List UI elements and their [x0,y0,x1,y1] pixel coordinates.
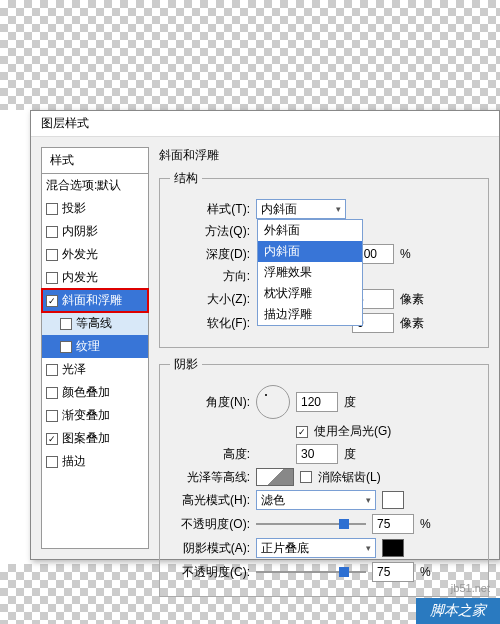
style-item-斜面和浮雕[interactable]: 斜面和浮雕 [42,289,148,312]
highlight-opacity-input[interactable] [372,514,414,534]
style-item-渐变叠加[interactable]: 渐变叠加 [42,404,148,427]
style-item-label: 内阴影 [62,223,98,240]
style-checkbox[interactable] [46,387,58,399]
global-light-checkbox[interactable] [296,426,308,438]
style-item-label: 斜面和浮雕 [62,292,122,309]
highlight-mode-dropdown[interactable]: 滤色 ▾ [256,490,376,510]
shadow-opacity-slider[interactable] [256,565,366,579]
style-dropdown[interactable]: 内斜面 ▾ 外斜面内斜面浮雕效果枕状浮雕描边浮雕 [256,199,346,219]
shading-group: 阴影 角度(N): 度 使用全局光(G) 高度: 度 [159,356,489,597]
style-checkbox[interactable] [46,226,58,238]
styles-list: 样式 混合选项:默认 投影内阴影外发光内发光斜面和浮雕等高线纹理光泽颜色叠加渐变… [41,147,149,549]
chevron-down-icon: ▾ [366,495,371,505]
soften-unit: 像素 [400,315,424,332]
style-checkbox[interactable] [46,203,58,215]
size-unit: 像素 [400,291,424,308]
opacity-unit2: % [420,565,431,579]
style-dropdown-list: 外斜面内斜面浮雕效果枕状浮雕描边浮雕 [257,219,363,326]
style-item-label: 外发光 [62,246,98,263]
style-checkbox[interactable] [46,456,58,468]
style-item-等高线[interactable]: 等高线 [42,312,148,335]
method-label: 方法(Q): [170,223,250,240]
style-item-label: 描边 [62,453,86,470]
layer-style-dialog: 图层样式 样式 混合选项:默认 投影内阴影外发光内发光斜面和浮雕等高线纹理光泽颜… [30,110,500,560]
highlight-color[interactable] [382,491,404,509]
style-item-label: 图案叠加 [62,430,110,447]
antialias-label: 消除锯齿(L) [318,469,381,486]
dialog-title: 图层样式 [31,111,499,137]
style-checkbox[interactable] [46,410,58,422]
style-label: 样式(T): [170,201,250,218]
soften-label: 软化(F): [170,315,250,332]
style-dropdown-value: 内斜面 [261,201,297,218]
style-option[interactable]: 描边浮雕 [258,304,362,325]
style-checkbox[interactable] [60,341,72,353]
style-option[interactable]: 枕状浮雕 [258,283,362,304]
shadow-mode-label: 阴影模式(A): [170,540,250,557]
transparency-bg-top [0,0,500,110]
structure-legend: 结构 [170,170,202,187]
style-item-颜色叠加[interactable]: 颜色叠加 [42,381,148,404]
footer-brand: 脚本之家 [416,598,500,624]
angle-wheel[interactable] [256,385,290,419]
panel-title: 斜面和浮雕 [159,147,489,164]
highlight-opacity-label: 不透明度(O): [170,516,250,533]
style-item-外发光[interactable]: 外发光 [42,243,148,266]
shadow-opacity-label: 不透明度(C): [170,564,250,581]
style-item-纹理[interactable]: 纹理 [42,335,148,358]
altitude-input[interactable] [296,444,338,464]
shadow-opacity-input[interactable] [372,562,414,582]
style-item-内发光[interactable]: 内发光 [42,266,148,289]
angle-label: 角度(N): [170,394,250,411]
blending-options-row[interactable]: 混合选项:默认 [42,174,148,197]
style-checkbox[interactable] [46,364,58,376]
style-checkbox[interactable] [60,318,72,330]
style-option[interactable]: 浮雕效果 [258,262,362,283]
style-item-描边[interactable]: 描边 [42,450,148,473]
style-item-label: 光泽 [62,361,86,378]
style-item-光泽[interactable]: 光泽 [42,358,148,381]
styles-header[interactable]: 样式 [42,148,148,174]
style-checkbox[interactable] [46,272,58,284]
style-checkbox[interactable] [46,433,58,445]
style-item-label: 投影 [62,200,86,217]
highlight-opacity-slider[interactable] [256,517,366,531]
style-option[interactable]: 外斜面 [258,220,362,241]
style-item-label: 渐变叠加 [62,407,110,424]
structure-group: 结构 样式(T): 内斜面 ▾ 外斜面内斜面浮雕效果枕状浮雕描边浮雕 方法(Q)… [159,170,489,348]
angle-unit: 度 [344,394,356,411]
watermark: jb51.net [451,582,490,594]
shadow-mode-dropdown[interactable]: 正片叠底 ▾ [256,538,376,558]
style-item-label: 等高线 [76,315,112,332]
opacity-unit: % [420,517,431,531]
antialias-checkbox[interactable] [300,471,312,483]
gloss-contour-picker[interactable] [256,468,294,486]
highlight-mode-label: 高光模式(H): [170,492,250,509]
style-checkbox[interactable] [46,249,58,261]
global-light-label: 使用全局光(G) [314,423,391,440]
style-item-图案叠加[interactable]: 图案叠加 [42,427,148,450]
style-item-投影[interactable]: 投影 [42,197,148,220]
depth-unit: % [400,247,411,261]
shading-legend: 阴影 [170,356,202,373]
altitude-unit: 度 [344,446,356,463]
highlight-mode-value: 滤色 [261,492,285,509]
shadow-mode-value: 正片叠底 [261,540,309,557]
style-option[interactable]: 内斜面 [258,241,362,262]
bevel-panel: 斜面和浮雕 结构 样式(T): 内斜面 ▾ 外斜面内斜面浮雕效果枕状浮雕描边浮雕… [159,147,489,549]
depth-label: 深度(D): [170,246,250,263]
style-item-label: 纹理 [76,338,100,355]
style-checkbox[interactable] [46,295,58,307]
style-item-label: 内发光 [62,269,98,286]
chevron-down-icon: ▾ [336,204,341,214]
direction-label: 方向: [170,268,250,285]
chevron-down-icon: ▾ [366,543,371,553]
altitude-label: 高度: [170,446,250,463]
shadow-color[interactable] [382,539,404,557]
gloss-contour-label: 光泽等高线: [170,469,250,486]
style-item-内阴影[interactable]: 内阴影 [42,220,148,243]
size-label: 大小(Z): [170,291,250,308]
style-item-label: 颜色叠加 [62,384,110,401]
angle-input[interactable] [296,392,338,412]
